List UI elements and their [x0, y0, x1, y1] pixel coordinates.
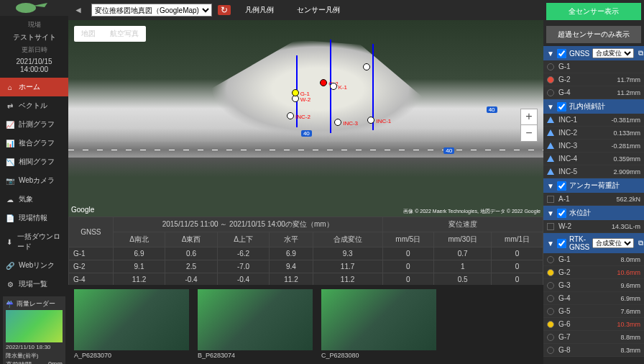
panel-checkbox[interactable] — [557, 209, 566, 218]
data-table-wrap: GNSS2015/11/25 11:00 ～ 2021/10/15 14:00の… — [68, 217, 543, 285]
map[interactable]: 地図 航空写真 40 40 40 W-2G-2K-1G-1INC-2INC-3I… — [68, 20, 543, 217]
panel-header[interactable]: ▼ 水位計 — [543, 206, 644, 220]
sensor-legend-link[interactable]: センサー凡例 — [288, 5, 349, 15]
sensor-row[interactable]: INC-3-0.281mm — [543, 140, 644, 153]
menu-4[interactable]: 📉相関グラフ — [0, 153, 68, 171]
sensor-row[interactable]: G-57.6mm — [543, 305, 644, 318]
collapse-icon[interactable]: ▼ — [547, 240, 554, 247]
sensor-label: K-1 — [339, 84, 347, 91]
menu-9[interactable]: 🔗Webリンク — [0, 256, 68, 275]
menu-7[interactable]: 📄現場情報 — [0, 209, 68, 227]
sensor-row[interactable]: G-411.2mm — [543, 86, 644, 99]
popout-icon[interactable]: ⧉ — [638, 49, 643, 58]
sensor-marker-icon — [547, 256, 554, 263]
panel-header[interactable]: ▼ アンカー荷重計 — [543, 178, 644, 193]
menu-label: Webカメラ — [19, 176, 55, 186]
menu-1[interactable]: ⇄ベクトル — [0, 96, 68, 115]
menu-8[interactable]: ⬇一括ダウンロード — [0, 227, 68, 256]
panel-header[interactable]: ▼ 孔内傾斜計 — [543, 99, 644, 114]
sensor-marker-icon — [547, 308, 554, 315]
panel-checkbox[interactable] — [557, 49, 566, 58]
popout-icon[interactable]: ⧉ — [638, 239, 643, 247]
map-canvas[interactable]: 40 40 40 W-2G-2K-1G-1INC-2INC-3INC-1 — [68, 20, 543, 217]
sensor-row[interactable]: W-214.3GL-m — [543, 220, 644, 233]
panel-header[interactable]: ▼ GNSS合成変位⧉ — [543, 46, 644, 60]
panel-checkbox[interactable] — [557, 181, 566, 191]
rain-ts: 2022/11/10 18:30 — [6, 344, 63, 350]
panel-select[interactable]: 合成変位 — [592, 238, 634, 248]
site-label: 現場 — [3, 19, 65, 31]
sensor-marker-icon — [547, 282, 554, 289]
panel-checkbox[interactable] — [557, 102, 566, 112]
sensor-row[interactable]: G-210.6mm — [543, 266, 644, 279]
legend-link[interactable]: 凡例凡例 — [236, 5, 282, 15]
panel-select[interactable]: 合成変位 — [592, 48, 634, 58]
menu-6[interactable]: ☁気象 — [0, 190, 68, 209]
menu-label: 気象 — [19, 194, 33, 204]
map-select[interactable]: 変位推移図地真図（GoogleMap) — [91, 4, 212, 17]
collapse-icon[interactable]: ▼ — [547, 182, 554, 190]
sensor-row[interactable]: INC-20.133mm — [543, 127, 644, 140]
sensor-row[interactable]: G-211.7mm — [543, 73, 644, 86]
menu-label: 計測グラフ — [19, 119, 55, 129]
date-label: 更新日時 — [3, 44, 65, 56]
refresh-icon[interactable]: ↻ — [218, 5, 231, 15]
rain-icon: ☔ — [6, 301, 14, 308]
prev-chevron-icon[interactable]: ◄ — [71, 5, 86, 15]
sensor-marker[interactable] — [292, 89, 299, 96]
show-all-button[interactable]: 全センサー表示 — [546, 3, 641, 20]
map-btn[interactable]: 地図 — [74, 26, 103, 42]
menu-3[interactable]: 📊複合グラフ — [0, 134, 68, 153]
collapse-icon[interactable]: ▼ — [547, 209, 554, 217]
sensor-row[interactable]: G-78.8mm — [543, 331, 644, 344]
panel-header[interactable]: ▼ RTK-GNSS合成変位⧉ — [543, 233, 644, 253]
sensor-row[interactable]: INC-1-0.381mm — [543, 114, 644, 127]
collapse-icon[interactable]: ▼ — [547, 103, 554, 111]
sensor-row[interactable]: G-610.3mm — [543, 318, 644, 331]
menu-icon: ⌂ — [6, 83, 14, 91]
menu-0[interactable]: ⌂ホーム — [0, 78, 68, 96]
sensor-row[interactable]: G-1 — [543, 60, 644, 73]
menu-icon: ⬇ — [6, 238, 13, 246]
zoom-in-button[interactable]: + — [521, 109, 537, 125]
sensor-marker[interactable] — [363, 63, 370, 70]
panel-checkbox[interactable] — [557, 239, 566, 248]
thumbnail[interactable]: C_P6283080 — [321, 289, 436, 360]
sensor-row[interactable]: A-1562.2kN — [543, 193, 644, 206]
th-speed: 変位速度 — [382, 217, 543, 232]
sensor-label: W-2 — [300, 96, 311, 103]
menu-2[interactable]: 📈計測グラフ — [0, 115, 68, 134]
sensor-marker-icon — [547, 223, 554, 230]
menu-icon: 📊 — [6, 140, 14, 147]
show-exceed-button[interactable]: 超過センサーのみ表示 — [546, 26, 641, 43]
sensor-marker-icon — [547, 347, 554, 354]
menu-icon: 📄 — [6, 214, 14, 222]
sensor-marker[interactable] — [334, 119, 341, 126]
thumbnails: A_P6283070B_P6283074C_P6283080 — [68, 285, 543, 364]
sensor-row[interactable]: G-39.6mm — [543, 279, 644, 292]
menu-icon: ☁ — [6, 196, 14, 204]
menu-5[interactable]: 📷Webカメラ — [0, 171, 68, 190]
menu-label: 現場一覧 — [19, 279, 47, 289]
menu-10[interactable]: ⚙現場一覧 — [0, 275, 68, 294]
zoom-out-button[interactable]: − — [521, 125, 537, 141]
rain-radar: ☔雨量レーダー 2022/11/10 18:30 降水量(前半) 直前時間0mm… — [3, 296, 65, 364]
satellite-btn[interactable]: 航空写真 — [103, 26, 146, 42]
collapse-icon[interactable]: ▼ — [547, 50, 554, 58]
sensor-marker-icon — [547, 76, 554, 83]
sensor-row[interactable]: INC-52.909mm — [543, 165, 644, 178]
menu-label: 一括ダウンロード — [17, 232, 63, 252]
sensor-row[interactable]: G-18.0mm — [543, 253, 644, 266]
svg-point-0 — [16, 3, 36, 13]
map-type-toggle: 地図 航空写真 — [74, 26, 146, 42]
sensor-label: G-1 — [300, 91, 310, 97]
table-row: G-16.90.6-6.26.99.300.70 — [69, 247, 543, 260]
sensor-row[interactable]: INC-40.359mm — [543, 153, 644, 165]
sensor-row[interactable]: G-88.3mm — [543, 344, 644, 357]
thumbnail[interactable]: B_P6283074 — [198, 289, 313, 360]
sensor-row[interactable]: G-46.9mm — [543, 292, 644, 305]
thumbnail[interactable]: A_P6283070 — [74, 289, 189, 360]
zoom-control: + − — [520, 109, 538, 142]
sensor-marker[interactable] — [330, 83, 337, 90]
th-gnss: GNSS — [69, 217, 114, 247]
